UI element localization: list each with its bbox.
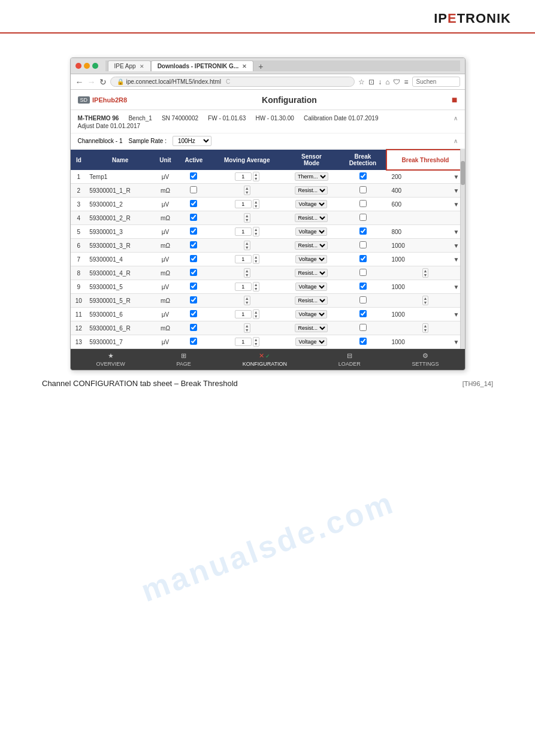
moving-avg-input[interactable] <box>235 172 252 181</box>
cell-break-detect[interactable] <box>339 198 386 211</box>
threshold-dropdown-arrow[interactable]: ▼ <box>454 229 460 235</box>
spinner-down[interactable]: ▼ <box>244 328 250 332</box>
spinner-down[interactable]: ▼ <box>253 177 259 181</box>
active-checkbox[interactable] <box>190 200 197 207</box>
cell-active[interactable] <box>177 335 210 349</box>
cell-active[interactable] <box>177 280 210 294</box>
back-btn[interactable]: ← <box>75 77 84 87</box>
cell-break-detect[interactable] <box>339 211 386 225</box>
cell-break-detect[interactable] <box>339 280 386 294</box>
nav-overview[interactable]: ★ OVERVIEW <box>96 352 125 367</box>
threshold-dropdown-arrow[interactable]: ▼ <box>454 201 460 208</box>
spinner-btns[interactable]: ▲▼ <box>244 186 250 195</box>
sensor-mode-select[interactable]: Resist... <box>295 324 328 332</box>
cell-break-threshold[interactable]: ▲▼ <box>386 266 464 280</box>
cell-active[interactable] <box>177 253 210 266</box>
threshold-spinner-up[interactable]: ▲ <box>423 269 428 273</box>
threshold-dropdown-arrow[interactable]: ▼ <box>454 187 460 194</box>
cell-sensor-mode[interactable]: Therm... <box>284 170 340 184</box>
spinner-btns[interactable]: ▲▼ <box>244 296 250 305</box>
tab-ipe-app[interactable]: IPE App ✕ <box>108 60 151 71</box>
spinner-btns[interactable]: ▲▼ <box>253 172 259 181</box>
refresh-small-icon[interactable]: C <box>226 78 230 85</box>
stop-button[interactable]: ■ <box>452 93 458 106</box>
cell-break-threshold[interactable]: 1000▼ <box>386 308 464 321</box>
moving-avg-input[interactable] <box>235 310 252 318</box>
cell-break-detect[interactable] <box>339 239 386 253</box>
active-checkbox[interactable] <box>190 227 197 235</box>
active-checkbox[interactable] <box>190 172 197 180</box>
sensor-mode-select[interactable]: Resist... <box>295 269 328 277</box>
spinner-btns[interactable]: ▲▼ <box>253 199 259 209</box>
cell-sensor-mode[interactable]: Resist... <box>284 211 340 225</box>
cell-active[interactable] <box>177 321 210 335</box>
sensor-mode-select[interactable]: Resist... <box>295 296 328 305</box>
cell-break-detect[interactable] <box>339 294 386 308</box>
cell-active[interactable] <box>177 294 210 308</box>
close-window-btn[interactable] <box>75 63 81 69</box>
active-checkbox[interactable] <box>190 214 197 221</box>
spinner-up[interactable]: ▲ <box>253 310 259 314</box>
nav-settings[interactable]: ⚙ SETTINGS <box>412 352 439 367</box>
download-icon[interactable]: ↓ <box>378 78 382 86</box>
cell-break-detect[interactable] <box>339 184 386 198</box>
spinner-up[interactable]: ▲ <box>244 241 250 245</box>
break-detect-checkbox[interactable] <box>359 172 367 180</box>
cell-break-threshold[interactable]: 400▼ <box>386 184 464 198</box>
active-checkbox[interactable] <box>190 338 197 345</box>
spinner-up[interactable]: ▲ <box>244 269 250 273</box>
refresh-btn[interactable]: ↻ <box>99 77 107 87</box>
cell-break-threshold[interactable]: 600▼ <box>386 198 464 211</box>
spinner-down[interactable]: ▼ <box>244 190 250 195</box>
spinner-down[interactable]: ▼ <box>253 259 259 263</box>
active-checkbox[interactable] <box>190 324 197 331</box>
threshold-dropdown-arrow[interactable]: ▼ <box>454 284 460 290</box>
cell-active[interactable] <box>177 170 210 184</box>
active-checkbox[interactable] <box>190 255 197 262</box>
address-field[interactable]: 🔒 ipe.connect.local/HTML5/index.html C <box>110 77 355 87</box>
spinner-btns[interactable]: ▲▼ <box>253 227 259 236</box>
cell-break-threshold[interactable]: 1000▼ <box>386 335 464 349</box>
spinner-down[interactable]: ▼ <box>244 245 250 250</box>
cell-break-detect[interactable] <box>339 253 386 266</box>
cell-active[interactable] <box>177 308 210 321</box>
collapse-icon[interactable]: ∧ <box>454 115 458 122</box>
cell-sensor-mode[interactable]: Resist... <box>284 266 340 280</box>
active-checkbox[interactable] <box>190 186 197 193</box>
moving-avg-input[interactable] <box>235 283 252 291</box>
threshold-dropdown-arrow[interactable]: ▼ <box>454 256 460 263</box>
break-detect-checkbox[interactable] <box>359 296 367 303</box>
cell-active[interactable] <box>177 184 210 198</box>
cell-break-threshold[interactable]: 1000▼ <box>386 253 464 266</box>
sensor-mode-select[interactable]: Resist... <box>295 214 328 222</box>
nav-konfig[interactable]: ✕ ✓ KONFIGURATION <box>243 352 287 367</box>
threshold-dropdown-arrow[interactable]: ▼ <box>454 339 460 345</box>
threshold-spinner-down[interactable]: ▼ <box>423 328 428 332</box>
spinner-up[interactable]: ▲ <box>253 200 259 204</box>
moving-avg-input[interactable] <box>235 227 252 236</box>
home-icon[interactable]: ⌂ <box>385 78 389 86</box>
tab-downloads-close[interactable]: ✕ <box>242 63 247 69</box>
cell-sensor-mode[interactable]: Voltage <box>284 280 340 294</box>
threshold-dropdown-arrow[interactable]: ▼ <box>454 242 460 249</box>
threshold-spinner-down[interactable]: ▼ <box>423 273 428 277</box>
break-detect-checkbox[interactable] <box>359 283 367 290</box>
break-detect-checkbox[interactable] <box>359 227 367 235</box>
break-detect-checkbox[interactable] <box>359 214 367 221</box>
sensor-mode-select[interactable]: Resist... <box>295 186 328 195</box>
threshold-spinner-btns[interactable]: ▲▼ <box>422 323 429 333</box>
spinner-down[interactable]: ▼ <box>253 204 259 208</box>
sensor-mode-select[interactable]: Voltage <box>295 310 327 318</box>
cell-break-detect[interactable] <box>339 321 386 335</box>
sample-rate-select[interactable]: 100Hz 10Hz 50Hz 200Hz 500Hz 1000Hz <box>173 136 211 146</box>
break-detect-checkbox[interactable] <box>359 324 367 331</box>
spinner-up[interactable]: ▲ <box>253 283 259 287</box>
cell-sensor-mode[interactable]: Resist... <box>284 239 340 253</box>
threshold-spinner-btns[interactable]: ▲▼ <box>422 296 429 305</box>
sensor-mode-select[interactable]: Therm... <box>295 172 328 181</box>
active-checkbox[interactable] <box>190 269 197 276</box>
bookmark-icon[interactable]: ⊡ <box>368 78 374 86</box>
break-detect-checkbox[interactable] <box>359 338 367 345</box>
cell-break-detect[interactable] <box>339 308 386 321</box>
spinner-btns[interactable]: ▲▼ <box>253 254 259 264</box>
